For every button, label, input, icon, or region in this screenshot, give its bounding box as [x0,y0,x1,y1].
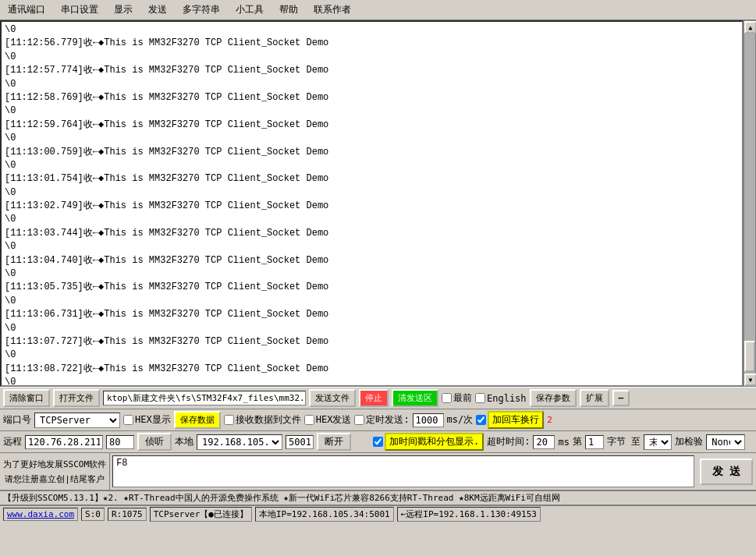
vertical-scrollbar[interactable]: ▲ ▼ [744,20,756,387]
status-bar: www.daxia.com S:0 R:1075 TCPserver【●已连接】… [0,505,756,522]
last-checkbox[interactable] [442,393,452,403]
open-file-btn[interactable]: 打开文件 [53,389,100,407]
scroll-up-btn[interactable]: ▲ [744,21,756,34]
english-checkbox[interactable] [475,393,485,403]
ad-text2: 请您注册嘉立创|结尾客户 [5,473,105,485]
log-line: [11:13:08.722]收←◆This is MM32F3270 TCP C… [5,363,739,376]
log-line: [11:13:06.731]收←◆This is MM32F3270 TCP C… [5,308,739,321]
toolbar2-row2: 远程 120.76.28.211 80 侦听 本地 192.168.105.34… [0,431,756,453]
timed-value-input[interactable]: 1000 [413,413,444,427]
menu-item-serial[interactable]: 串口设置 [56,2,103,18]
log-line: [11:13:04.740]收←◆This is MM32F3270 TCP C… [5,254,739,267]
time-split-checkbox[interactable] [373,437,383,447]
send-content: F8 [116,458,127,469]
enter-run-checkbox[interactable] [476,415,486,425]
log-line: [11:13:01.754]收←◆This is MM32F3270 TCP C… [5,172,739,186]
timeout-unit: ms [558,437,569,448]
menu-item-help[interactable]: 帮助 [275,2,303,18]
log-line: [11:13:03.744]收←◆This is MM32F3270 TCP C… [5,227,739,240]
s-value: S:0 [81,508,105,521]
log-line: \0 [5,104,739,118]
expand-btn[interactable]: 扩展 [580,389,609,407]
log-line: [11:13:00.759]收←◆This is MM32F3270 TCP C… [5,146,739,159]
port-status: TCPserver【●已连接】 [150,507,252,522]
checksum-select[interactable]: None [706,434,745,450]
log-line: \0 [5,132,739,145]
log-line: \0 [5,78,739,91]
log-line: \0 [5,159,739,172]
log-line: \0 [5,267,739,281]
timed-send-label[interactable]: 定时发送: [354,413,409,427]
english-label: English [487,393,527,404]
menu-item-comm[interactable]: 通讯端口 [3,2,50,18]
clear-window-btn[interactable]: 清除窗口 [3,389,50,407]
menu-item-contact[interactable]: 联系作者 [309,2,356,18]
timed-send-checkbox[interactable] [354,415,364,425]
connect-btn[interactable]: 断开 [317,433,351,451]
log-line: \0 [5,51,739,64]
log-inner: \0[11:12:56.779]收←◆This is MM32F3270 TCP… [2,22,742,387]
enter-run-label[interactable]: 加回车换行 [476,411,544,429]
close-btn[interactable]: — [612,390,630,406]
log-line: \0 [5,376,739,387]
timeout-input[interactable]: 20 [533,435,555,449]
error-indicator: 2 [547,415,552,425]
hex-send-label[interactable]: HEX发送 [304,413,352,427]
scroll-down-btn[interactable]: ▼ [744,374,756,386]
toolbar2-row1: 端口号 TCPServer HEX显示 保存数据 接收数据到文件 HEX发送 定… [0,409,756,431]
frame-unit: 字节 至 [607,435,641,448]
hex-display-label[interactable]: HEX显示 [123,413,171,427]
log-line: \0 [5,295,739,308]
send-row: 为了更好地发展SSCOM软件 请您注册嘉立创|结尾客户 F8 发 送 [0,453,756,490]
content-wrapper: \0[11:12:56.779]收←◆This is MM32F3270 TCP… [0,20,756,387]
file-path-display: ktop\新建文件夹\fs\STM32F4x7_files\mm32.jpg [103,391,306,405]
time-split-label[interactable]: 加时间戳和分包显示. [373,433,484,451]
checksum-label: 加检验 [675,435,703,448]
hex-send-checkbox[interactable] [304,415,314,425]
remote-label: 远程 [3,435,22,448]
menu-item-tools[interactable]: 小工具 [231,2,268,18]
toolbar1: 清除窗口 打开文件 ktop\新建文件夹\fs\STM32F4x7_files\… [0,387,756,409]
timed-send-text: 定时发送: [366,413,409,427]
stop-btn[interactable]: 停止 [359,389,389,407]
log-line: \0 [5,213,739,226]
last-checkbox-label[interactable]: 最前 [442,391,472,405]
hex-send-text: HEX发送 [316,413,352,427]
scroll-thumb[interactable] [744,341,755,372]
send-file-btn[interactable]: 发送文件 [309,389,356,407]
log-line: [11:13:02.749]收←◆This is MM32F3270 TCP C… [5,200,739,213]
menu-item-send[interactable]: 发送 [144,2,172,18]
log-line: [11:12:58.769]收←◆This is MM32F3270 TCP C… [5,91,739,104]
save-data-btn[interactable]: 保存数据 [174,411,221,429]
log-line: \0 [5,23,739,37]
time-split-text: 加时间戳和分包显示. [385,433,484,451]
hex-display-checkbox[interactable] [123,415,133,425]
ad-text1: 为了更好地发展SSCOM软件 [3,459,106,470]
menu-item-display[interactable]: 显示 [109,2,137,18]
send-input-area[interactable]: F8 [112,455,694,487]
remote-ip-input[interactable]: 120.76.28.211 [25,435,103,449]
send-btn-area: 发 送 [697,453,756,490]
local-port-input[interactable]: 5001 [286,435,314,449]
remote-ip-status: ←远程IP=192.168.1.130:49153 [397,507,541,522]
local-ip-status: 本地IP=192.168.105.34:5001 [255,507,394,522]
log-line: [11:12:56.779]收←◆This is MM32F3270 TCP C… [5,37,739,50]
local-ip-select[interactable]: 192.168.105.34 [197,434,282,450]
website-link[interactable]: www.daxia.com [3,508,78,521]
remote-port-input[interactable]: 80 [106,435,134,449]
frame-end-select[interactable]: 末尾 [644,434,672,450]
english-checkbox-label[interactable]: English [475,393,527,404]
send-region-btn[interactable]: 清发送区 [392,389,438,407]
frame-input[interactable]: 1 [585,435,604,449]
ping-btn[interactable]: 侦听 [137,433,172,451]
menu-item-multistr[interactable]: 多字符串 [178,2,225,18]
recv-file-checkbox[interactable] [224,415,234,425]
recv-file-label[interactable]: 接收数据到文件 [224,413,301,427]
timed-unit: ms/次 [447,413,474,427]
save-params-btn[interactable]: 保存参数 [530,389,577,407]
send-button[interactable]: 发 送 [700,459,753,485]
frame-label: 第 [573,435,582,448]
enter-run-text: 加回车换行 [488,411,544,429]
r-value: R:1075 [108,508,147,521]
port-select[interactable]: TCPServer [34,413,120,428]
